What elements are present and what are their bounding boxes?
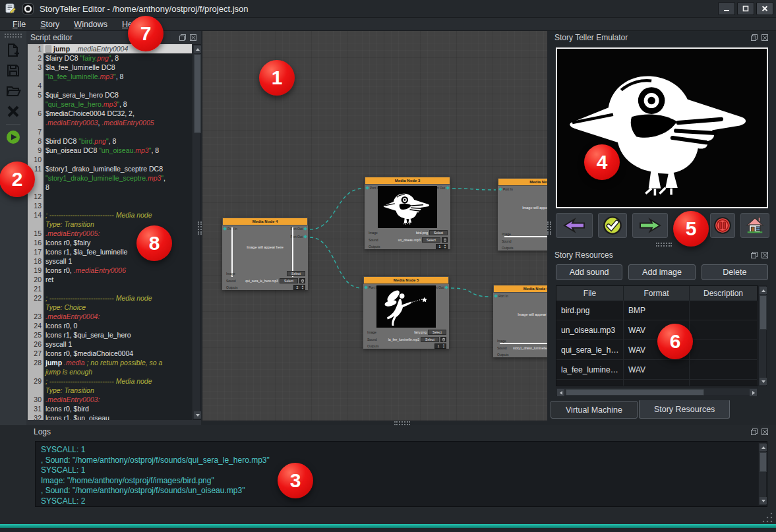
tab-story-resources[interactable]: Story Resources [639, 400, 730, 419]
media-node[interactable]: Media Node 3Port InPort OutImagebird.png… [365, 177, 450, 249]
code-line[interactable]: "qui_sera_le_hero.mp3", 8 [28, 100, 192, 109]
code-line[interactable]: Type: Transition [28, 220, 192, 229]
back-button[interactable] [556, 213, 593, 238]
scroll-down-icon[interactable] [760, 378, 767, 385]
float-panel-icon[interactable] [750, 428, 758, 436]
close-x-icon[interactable] [4, 103, 22, 120]
open-folder-icon[interactable] [4, 82, 22, 100]
code-line[interactable]: 3$la_fee_luminelle DC8 [28, 63, 192, 72]
select-button[interactable]: Select [280, 278, 298, 283]
code-line[interactable]: "story1_drako_luminelle_sceptre.mp3", [28, 173, 192, 183]
close-panel-icon[interactable] [760, 34, 769, 42]
scroll-up-icon[interactable] [760, 444, 767, 451]
code-line[interactable]: 19lcons r0, .mediaEntry0006 [28, 266, 192, 275]
code-line[interactable]: jump is enough [28, 367, 192, 376]
code-line[interactable]: 21 [28, 284, 192, 293]
select-button[interactable]: Select [429, 230, 448, 235]
select-button[interactable]: Select [422, 237, 440, 243]
outputs-spinner[interactable]: 2▲▼ [293, 285, 305, 290]
table-row[interactable]: un_oiseau.mp3WAV [556, 320, 758, 340]
select-button[interactable]: Select [421, 337, 439, 342]
save-icon[interactable] [4, 62, 22, 79]
code-line[interactable]: 24lcons r0, 0 [28, 321, 192, 330]
column-header-description[interactable]: Description [690, 286, 758, 301]
code-line[interactable]: 12 [28, 192, 192, 201]
code-line[interactable]: Type: Transition [28, 386, 192, 395]
float-panel-icon[interactable] [750, 251, 758, 260]
close-panel-icon[interactable] [189, 34, 197, 42]
left-splitter-handle[interactable] [198, 222, 202, 235]
code-line[interactable]: 10 [28, 155, 192, 164]
close-button[interactable] [756, 2, 773, 15]
table-horizontal-scrollbar[interactable] [556, 388, 758, 396]
code-line[interactable]: 8$bird DC8 "bird.png", 8 [28, 136, 192, 146]
node-title[interactable]: Media Node [498, 178, 547, 186]
run-icon[interactable] [4, 129, 22, 146]
code-line[interactable]: 20ret [28, 275, 192, 284]
menu-item-file[interactable]: File [7, 19, 32, 30]
table-row[interactable]: fairy.pngBMP [556, 380, 758, 386]
media-node[interactable]: Media NodePort InImage will appear hereI… [498, 178, 547, 251]
home-button[interactable] [740, 213, 769, 238]
code-line[interactable]: 22; ---------------------------- Media n… [28, 293, 192, 303]
maximize-button[interactable] [737, 2, 754, 15]
code-line[interactable]: 2$fairy DC8 "fairy.png", 8 [28, 53, 192, 63]
trash-icon[interactable] [442, 237, 448, 243]
code-line[interactable]: 25lcons r1, $qui_sera_le_hero [28, 330, 192, 340]
scroll-down-icon[interactable] [760, 497, 767, 504]
code-line[interactable]: 14; ---------------------------- Media n… [28, 210, 192, 220]
code-line[interactable]: 8 [28, 183, 192, 192]
select-button[interactable]: Select [428, 330, 446, 335]
scroll-down-icon[interactable] [194, 411, 201, 419]
scroll-right-icon[interactable] [750, 389, 757, 396]
code-line[interactable]: .mediaEntry0003, .mediaEntry0005 [28, 118, 192, 127]
code-line[interactable]: 9$un_oiseau DC8 "un_oiseau.mp3", 8 [28, 146, 192, 155]
delete-button[interactable]: Delete [701, 264, 768, 280]
node-title[interactable]: Media Node 4 [222, 218, 308, 225]
float-panel-icon[interactable] [750, 34, 758, 42]
float-panel-icon[interactable] [178, 34, 187, 42]
media-node[interactable]: Media Node 6Port InImage will appear her… [493, 285, 547, 357]
code-line[interactable]: 27lcons r0, $mediaChoice0004 [28, 349, 192, 358]
scroll-up-icon[interactable] [194, 45, 201, 53]
code-line[interactable]: 7 [28, 127, 192, 136]
outputs-spinner[interactable]: 1▲▼ [434, 343, 446, 349]
tab-virtual-machine[interactable]: Virtual Machine [551, 401, 638, 419]
minimize-button[interactable] [718, 2, 735, 15]
code-line[interactable]: 1jump .mediaEntry0004 [28, 44, 192, 53]
toolbar-drag-handle[interactable] [5, 34, 22, 38]
pause-button[interactable] [710, 213, 735, 238]
code-line[interactable]: 13 [28, 201, 192, 210]
menu-item-story[interactable]: Story [34, 19, 65, 30]
close-panel-icon[interactable] [760, 428, 769, 436]
column-header-format[interactable]: Format [624, 286, 690, 301]
table-row[interactable]: bird.pngBMP [556, 301, 758, 320]
scroll-left-icon[interactable] [557, 389, 564, 396]
trash-icon[interactable] [440, 337, 446, 342]
logs-vertical-scrollbar[interactable] [758, 442, 767, 506]
code-line[interactable]: 6$mediaChoice0004 DC32, 2, [28, 109, 192, 118]
code-line[interactable]: 30.mediaEntry0003: [28, 395, 192, 404]
scroll-up-icon[interactable] [760, 287, 767, 294]
menu-item-windows[interactable]: Windows [68, 19, 113, 30]
validate-button[interactable] [598, 213, 627, 238]
trash-icon[interactable] [299, 278, 305, 283]
media-node[interactable]: Media Node 5Port InPort OutImagefairy.pn… [363, 276, 449, 349]
code-line[interactable]: Type: Choice [28, 303, 192, 312]
code-line[interactable]: 31lcons r0, $bird [28, 404, 192, 413]
code-line[interactable]: 32lcons r1, $un_oiseau [28, 413, 192, 420]
node-graph-canvas[interactable]: Media Node 4Port InPort OutPort OutImage… [202, 31, 547, 421]
code-line[interactable]: 11$story1_drako_luminelle_sceptre DC8 [28, 164, 192, 173]
code-line[interactable]: 18syscall 1 [28, 256, 192, 266]
window-resize-grip[interactable] [762, 512, 773, 523]
new-file-icon[interactable] [4, 42, 22, 59]
node-title[interactable]: Media Node 5 [363, 276, 449, 284]
code-line[interactable]: 28jump .media ; no return possible, so a [28, 358, 192, 367]
select-button[interactable]: Select [287, 271, 305, 276]
media-node[interactable]: Media Node 4Port InPort OutPort OutImage… [222, 218, 308, 290]
close-panel-icon[interactable] [760, 251, 769, 260]
column-header-file[interactable]: File [556, 286, 624, 301]
code-line[interactable]: 5$qui_sera_le_hero DC8 [28, 90, 192, 100]
outputs-spinner[interactable]: 1▲▼ [436, 244, 448, 249]
code-line[interactable]: 23.mediaEntry0004: [28, 312, 192, 321]
